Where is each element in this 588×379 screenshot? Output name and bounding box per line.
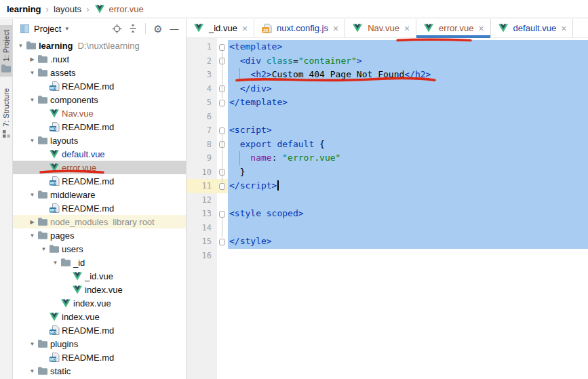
tree-item-index-vue[interactable]: index.vue	[13, 296, 186, 310]
locate-icon[interactable]	[111, 22, 123, 35]
stripe-tab-1-project[interactable]: 1: Project	[0, 25, 12, 77]
tab-nav-vue[interactable]: Nav.vue×	[345, 19, 416, 37]
tree-arrow-expanded-icon[interactable]: ▼	[28, 233, 37, 239]
tree-item-readme-md[interactable]: MDREADME.md	[13, 79, 186, 93]
editor-tabbar: _id.vue×JSnuxt.config.js×Nav.vue×error.v…	[187, 19, 588, 38]
tab-default-vue[interactable]: default.vue×	[491, 19, 574, 37]
breadcrumb-item-layouts[interactable]: layouts	[54, 4, 81, 14]
tree-item-components[interactable]: ▼components	[13, 93, 186, 106]
tree-arrow-expanded-icon[interactable]: ▼	[28, 138, 37, 144]
tree-arrow-expanded-icon[interactable]: ▼	[51, 260, 60, 266]
tree-item-plugins[interactable]: ▼plugins	[13, 337, 186, 351]
close-icon[interactable]: ×	[478, 24, 484, 33]
vue-file-icon	[71, 285, 83, 294]
fold-marker-icon[interactable]	[219, 211, 225, 218]
tree-item-readme-md[interactable]: MDREADME.md	[13, 201, 186, 215]
fold-marker-icon[interactable]	[219, 100, 225, 106]
code-line-7[interactable]: <script>	[228, 123, 588, 138]
code-token	[229, 83, 240, 94]
svg-text:MD: MD	[50, 86, 56, 90]
tree-item-readme-md[interactable]: MDREADME.md	[13, 323, 186, 337]
tree-item-middleware[interactable]: ▼middleware	[13, 188, 186, 201]
tree-item-index-vue[interactable]: index.vue	[13, 283, 186, 296]
hide-icon[interactable]: —	[168, 22, 180, 35]
tree-item-readme-md[interactable]: MDREADME.md	[13, 120, 186, 134]
fold-range-line	[222, 51, 222, 98]
close-icon[interactable]: ×	[333, 24, 338, 33]
tree-item-static[interactable]: ▼static	[13, 364, 186, 378]
code-line-15[interactable]: </style>	[228, 235, 588, 249]
code-line-16[interactable]	[228, 249, 588, 263]
tab-error-vue[interactable]: error.vue×	[416, 19, 491, 37]
tree-item-users[interactable]: ▼users	[13, 242, 186, 256]
tree-item-index-vue[interactable]: index.vue	[13, 310, 186, 323]
tree-item-default-vue[interactable]: default.vue	[13, 147, 186, 161]
breadcrumb-label: learning	[7, 4, 41, 14]
chevron-down-icon[interactable]: ▾	[65, 25, 68, 32]
tree-item-label: layouts	[50, 136, 78, 146]
tool-window-stripe: 1: Project7: Structure	[0, 19, 13, 379]
tree-arrow-expanded-icon[interactable]: ▼	[39, 246, 48, 252]
fold-marker-icon[interactable]	[219, 127, 225, 134]
line-number: 11	[187, 179, 217, 193]
tree-item-error-vue[interactable]: error.vue	[13, 161, 186, 174]
code-line-11[interactable]: </script>	[228, 179, 588, 193]
tree-arrow-expanded-icon[interactable]: ▼	[28, 341, 37, 347]
code-line-3[interactable]: <h2>Custom 404 Page Not Found</h2>	[228, 68, 588, 82]
fold-marker-icon[interactable]	[219, 239, 225, 245]
tree-item-id[interactable]: ▼_id	[13, 256, 186, 269]
code-line-14[interactable]	[228, 221, 588, 235]
tree-item-label: _id.vue	[85, 271, 113, 281]
tree-item-assets[interactable]: ▼assets	[13, 66, 186, 79]
code-line-12[interactable]	[228, 193, 588, 207]
tree-arrow-expanded-icon[interactable]: ▼	[28, 70, 37, 76]
breadcrumb-item-learning[interactable]: learning	[7, 4, 41, 14]
stripe-tab-label: 1: Project	[2, 30, 10, 61]
fold-marker-icon[interactable]	[219, 183, 225, 190]
tree-arrow-expanded-icon[interactable]: ▼	[16, 43, 25, 49]
close-icon[interactable]: ×	[404, 24, 410, 33]
tree-arrow-expanded-icon[interactable]: ▼	[28, 368, 37, 374]
tree-item-id-vue[interactable]: _id.vue	[13, 269, 186, 283]
code-line-2[interactable]: <div class="container">	[228, 54, 588, 68]
tab-id-vue[interactable]: _id.vue×	[187, 19, 254, 37]
code-line-13[interactable]: <style scoped>	[228, 207, 588, 221]
code-token: name	[250, 153, 271, 163]
code-line-5[interactable]: </template>	[228, 96, 588, 110]
code-line-4[interactable]: </div>	[228, 82, 588, 96]
tree-item-nav-vue[interactable]: Nav.vue	[13, 106, 186, 120]
fold-row	[217, 40, 228, 54]
gear-icon[interactable]: ⚙	[152, 22, 164, 35]
tab-label: nuxt.config.js	[277, 23, 328, 33]
tree-item-layouts[interactable]: ▼layouts	[13, 134, 186, 147]
code-line-1[interactable]: <template>	[228, 40, 588, 54]
collapse-all-icon[interactable]	[127, 22, 139, 35]
tree-arrow-collapsed-icon[interactable]: ▶	[28, 219, 37, 225]
code-line-8[interactable]: export default {	[228, 138, 588, 152]
tree-item-readme-md[interactable]: MDREADME.md	[13, 351, 186, 364]
tree-item-nuxt[interactable]: ▶.nuxt	[13, 52, 186, 66]
fold-row	[217, 151, 228, 165]
code-line-9[interactable]: name: "error.vue"	[228, 151, 588, 165]
code-line-10[interactable]: }	[228, 165, 588, 180]
close-icon[interactable]: ×	[242, 24, 248, 33]
code-token: <h2>	[250, 69, 271, 79]
tree-item-pages[interactable]: ▼pages	[13, 228, 186, 242]
tree-item-readme-md[interactable]: MDREADME.md	[13, 174, 186, 188]
close-icon[interactable]: ×	[561, 24, 566, 33]
tree-arrow-expanded-icon[interactable]: ▼	[28, 97, 37, 103]
fold-row	[217, 193, 228, 207]
breadcrumb-item-error-vue[interactable]: error.vue	[94, 4, 143, 14]
fold-marker-icon[interactable]	[219, 44, 225, 51]
js-file-icon: JS	[260, 24, 273, 33]
code-line-6[interactable]	[228, 110, 588, 124]
project-panel-title[interactable]: Project	[34, 24, 61, 34]
tab-nuxt-config-js[interactable]: JSnuxt.config.js×	[254, 19, 345, 37]
tree-arrow-collapsed-icon[interactable]: ▶	[28, 56, 37, 62]
tree-item-learning[interactable]: ▼learningD:\nuxt\learning	[13, 39, 186, 52]
tree-arrow-expanded-icon[interactable]: ▼	[28, 192, 37, 198]
vue-file-icon	[497, 24, 509, 33]
tree-item-node-modules[interactable]: ▶node_moduleslibrary root	[13, 215, 186, 228]
stripe-tab-7-structure[interactable]: 7: Structure	[0, 83, 12, 142]
code-area[interactable]: <template> <div class="container"> <h2>C…	[228, 38, 588, 379]
